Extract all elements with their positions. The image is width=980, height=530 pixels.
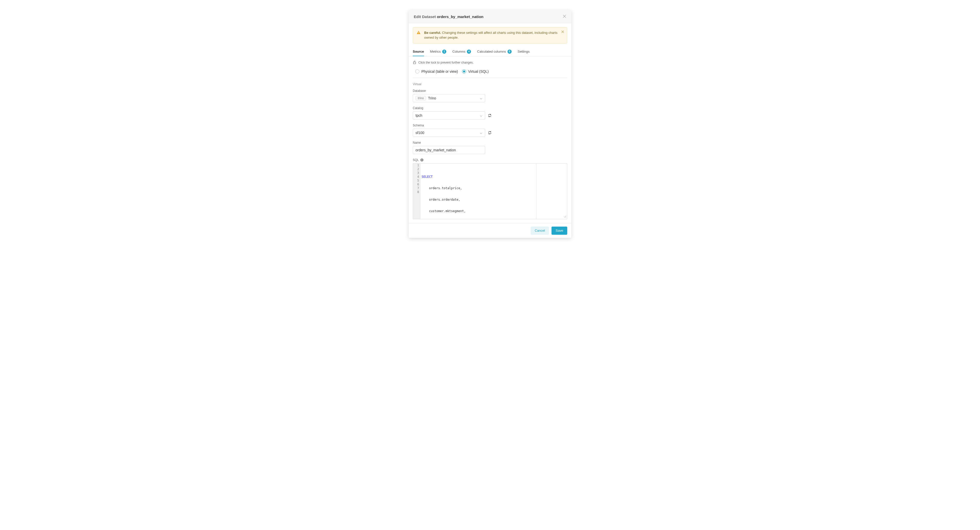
label-name: Name <box>413 141 567 144</box>
label-database: Database <box>413 89 567 93</box>
database-select[interactable]: trino Trino <box>413 94 485 102</box>
dataset-type-radio-group: Physical (table or view) Virtual (SQL) <box>413 68 567 78</box>
label-catalog: Catalog <box>413 106 567 110</box>
title-prefix: Edit Dataset <box>414 14 436 19</box>
catalog-select[interactable]: tpch <box>413 112 485 120</box>
radio-virtual[interactable]: Virtual (SQL) <box>462 69 489 73</box>
sql-code[interactable]: SELECT orders.totalprice, orders.orderda… <box>421 163 567 219</box>
label-sql: SQL i <box>413 158 567 162</box>
chevron-down-icon <box>480 131 482 135</box>
catalog-value: tpch <box>415 113 422 118</box>
modal-footer: Cancel Save <box>409 223 571 238</box>
field-database: Database trino Trino <box>413 89 567 102</box>
section-virtual-label: Virtual <box>413 82 567 86</box>
alert-close-icon[interactable] <box>562 30 564 34</box>
cancel-button[interactable]: Cancel <box>531 227 549 235</box>
tab-columns[interactable]: Columns 4 <box>452 48 471 56</box>
tab-metrics-badge: 1 <box>442 49 446 54</box>
svg-rect-0 <box>418 32 419 33</box>
tab-metrics-label: Metrics <box>430 49 441 53</box>
tab-columns-badge: 4 <box>467 49 471 54</box>
lock-hint: Click the lock to prevent further change… <box>418 61 474 64</box>
chevron-down-icon <box>480 96 482 100</box>
source-content: Click the lock to prevent further change… <box>409 56 571 223</box>
field-name: Name orders_by_market_nation <box>413 141 567 154</box>
field-sql: SQL i 12345678 SELECT orders.totalprice,… <box>413 158 567 219</box>
chevron-down-icon <box>480 113 482 118</box>
schema-value: sf100 <box>415 131 424 135</box>
sql-gutter: 12345678 <box>413 163 421 219</box>
save-button[interactable]: Save <box>552 227 567 235</box>
svg-rect-2 <box>414 62 416 64</box>
alert-text: Changing these settings will affect all … <box>424 31 557 40</box>
database-tag: trino <box>415 96 426 101</box>
tab-source[interactable]: Source <box>413 48 424 56</box>
name-input[interactable]: orders_by_market_nation <box>413 146 485 154</box>
label-schema: Schema <box>413 124 567 127</box>
edit-dataset-modal: Edit Dataset orders_by_market_nation Be … <box>409 10 571 238</box>
refresh-schema-icon[interactable] <box>488 131 492 135</box>
warning-alert: Be careful. Changing these settings will… <box>413 27 567 43</box>
database-value: Trino <box>428 96 436 100</box>
modal-body: Be careful. Changing these settings will… <box>409 27 571 223</box>
schema-select[interactable]: sf100 <box>413 129 485 137</box>
tab-settings[interactable]: Settings <box>518 48 530 56</box>
info-icon[interactable]: i <box>420 158 423 161</box>
refresh-catalog-icon[interactable] <box>488 113 492 118</box>
tab-settings-label: Settings <box>518 49 530 53</box>
modal-title: Edit Dataset orders_by_market_nation <box>414 14 484 19</box>
radio-virtual-label: Virtual (SQL) <box>468 69 489 73</box>
tab-calc-label: Calculated columns <box>477 49 506 53</box>
label-sql-text: SQL <box>413 158 419 162</box>
title-dataset-name: orders_by_market_nation <box>437 14 484 19</box>
tab-calculated-columns[interactable]: Calculated columns 0 <box>477 48 511 56</box>
close-icon[interactable] <box>563 14 566 19</box>
alert-strong: Be careful. <box>424 31 441 35</box>
radio-virtual-input[interactable] <box>462 69 466 73</box>
tab-source-label: Source <box>413 49 424 53</box>
tab-columns-label: Columns <box>452 49 465 53</box>
tab-calc-badge: 0 <box>508 49 512 54</box>
sql-editor[interactable]: 12345678 SELECT orders.totalprice, order… <box>413 163 567 219</box>
modal-header: Edit Dataset orders_by_market_nation <box>409 10 571 23</box>
field-catalog: Catalog tpch <box>413 106 567 120</box>
name-value: orders_by_market_nation <box>415 148 456 152</box>
field-schema: Schema sf100 <box>413 124 567 137</box>
unlock-icon[interactable] <box>413 61 416 65</box>
tab-metrics[interactable]: Metrics 1 <box>430 48 446 56</box>
warning-icon <box>417 30 421 35</box>
radio-physical-label: Physical (table or view) <box>422 69 458 73</box>
lock-row: Click the lock to prevent further change… <box>413 61 567 65</box>
svg-rect-1 <box>418 34 419 34</box>
radio-physical[interactable]: Physical (table or view) <box>415 69 458 73</box>
radio-physical-input[interactable] <box>415 69 419 73</box>
tabs: Source Metrics 1 Columns 4 Calculated co… <box>409 48 571 56</box>
